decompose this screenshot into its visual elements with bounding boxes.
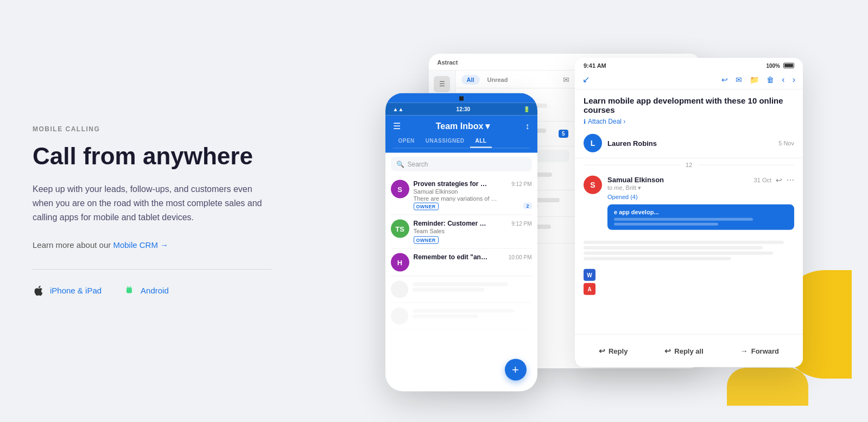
phone-menu-icon[interactable]: ☰ — [393, 121, 401, 131]
trash-icon[interactable]: 🗑 — [766, 75, 774, 84]
phone-conversation-list: S Proven strategies for scal... 9:12 PM … — [385, 176, 537, 330]
phone-fab[interactable]: + — [505, 359, 527, 381]
conv-time-2: 9:12 PM — [511, 220, 531, 226]
conv-snippet-1: There are many variations of passag... — [414, 195, 500, 202]
phone-search-icon: 🔍 — [396, 161, 404, 168]
battery-text: 100% — [766, 62, 780, 68]
attach-deal-button[interactable]: ℹ Attach Deal › — [575, 118, 803, 131]
reply-icon[interactable]: ↩ — [721, 75, 728, 84]
section-label: MOBILE CALLING — [33, 125, 271, 133]
attachment-word[interactable]: W — [584, 269, 794, 281]
avatar-team-sales: TS — [391, 220, 409, 238]
conv-item-2[interactable]: TS Reminder: Customer Web... 9:12 PM Tea… — [391, 215, 532, 249]
ios-platform-item[interactable]: iPhone & iPad — [33, 285, 102, 297]
email-detail-panel: 9:41 AM 100% ↙ ↩ ✉ � — [575, 58, 803, 367]
conv-subtitle-2: Team Sales — [414, 228, 500, 234]
conv-item-skeleton-1 — [391, 277, 532, 303]
folder-icon[interactable]: 📁 — [750, 75, 759, 84]
reply-icon-2[interactable]: ↩ — [776, 176, 782, 184]
back-arrow-icon[interactable]: ↙ — [582, 74, 590, 85]
phone-search-text: Search — [408, 161, 428, 168]
battery-icon: 🔋 — [523, 106, 530, 112]
avatar-samual: S — [391, 180, 409, 199]
owner-badge-1: OWNER — [414, 203, 439, 210]
reply-all-label: Reply all — [674, 347, 703, 355]
phone-tabs: OPEN UNASSIGNED ALL — [393, 135, 530, 149]
yellow-shape-bottom — [727, 368, 808, 406]
phone-status-bar: ▲▲ 12:30 🔋 — [385, 103, 537, 116]
email-date-2: 31 Oct — [754, 177, 771, 183]
conv-title-2: Reminder: Customer Web... — [414, 220, 490, 227]
reply-button[interactable]: ↩ Reply — [590, 342, 636, 360]
tablet-unread-tab[interactable]: Unread — [482, 75, 514, 85]
chevron-down-icon: ▾ — [485, 121, 490, 131]
prev-icon[interactable]: ‹ — [782, 74, 784, 84]
avatar-samual-email: S — [584, 176, 602, 194]
more-icon[interactable]: ⋯ — [787, 176, 794, 184]
android-label: Android — [141, 286, 169, 295]
conv-item-skeleton-2 — [391, 303, 532, 330]
conv-subtitle-1: Samual Elkinson — [414, 188, 500, 195]
tab-all[interactable]: ALL — [470, 135, 492, 148]
description: Keep up with your leads, follow-ups, and… — [33, 182, 271, 225]
mobile-crm-link[interactable]: Mobile CRM → — [113, 240, 168, 250]
email-preview-block: e app develop... — [607, 204, 794, 230]
screenshots-section: Astract ▲ 🔍 👤 ☰ 📋 💬 — [293, 0, 835, 422]
conv-time-3: 10:00 PM — [509, 254, 532, 260]
phone-camera — [459, 97, 464, 101]
pdf-icon: A — [584, 283, 595, 295]
tablet-all-tab[interactable]: All — [461, 75, 480, 85]
reply-all-icon: ↩ — [664, 347, 671, 355]
next-icon[interactable]: › — [793, 74, 795, 84]
sender-name-samual: Samual Elkinson — [607, 176, 664, 184]
phone-time: 12:30 — [457, 106, 471, 112]
phone-header: ☰ Team Inbox ▾ ↕ OPEN UNASSIGNED ALL — [385, 116, 537, 153]
owner-badge-2: OWNER — [414, 236, 439, 244]
email-divider: 12 — [575, 158, 803, 171]
sender-name-lauren: Lauren Robins — [607, 139, 773, 147]
left-section: MOBILE CALLING Call from anywhere Keep u… — [33, 125, 293, 297]
first-email-sender: L Lauren Robins 5 Nov — [575, 131, 803, 158]
second-email-sender: S Samual Elkinson to me, Britt ▾ Opened … — [575, 171, 803, 234]
phone-search-bar[interactable]: 🔍 Search — [391, 157, 532, 171]
email-status-bar: 9:41 AM 100% — [575, 58, 803, 72]
email-time: 9:41 AM — [584, 62, 606, 69]
email-date-1: 5 Nov — [778, 140, 794, 146]
attachment-pdf[interactable]: A — [584, 283, 794, 295]
tab-open[interactable]: OPEN — [393, 135, 420, 148]
svg-point-1 — [131, 290, 131, 291]
forward-icon: → — [740, 347, 748, 355]
ios-label: iPhone & iPad — [50, 286, 102, 295]
phone-sort-icon[interactable]: ↕ — [525, 121, 530, 131]
email-attachments: W A — [575, 267, 803, 299]
forward-button[interactable]: → Forward — [732, 342, 788, 360]
mail-icon[interactable]: ✉ — [736, 75, 742, 84]
divider — [33, 269, 271, 270]
android-icon — [123, 285, 135, 297]
reply-label: Reply — [609, 347, 628, 355]
badge-count-1: 2 — [523, 203, 531, 209]
email-subject: Learn mobile app development with these … — [575, 89, 803, 118]
conv-item-1[interactable]: S Proven strategies for scal... 9:12 PM … — [391, 176, 532, 215]
page-container: MOBILE CALLING Call from anywhere Keep u… — [0, 0, 868, 422]
avatar-h: H — [391, 253, 409, 272]
conv-title-1: Proven strategies for scal... — [414, 180, 490, 188]
tab-unassigned[interactable]: UNASSIGNED — [420, 135, 470, 148]
conv-item-3[interactable]: H Remember to edit "andrew... 10:00 PM — [391, 249, 532, 277]
email-actions: ↩ Reply ↩ Reply all → Forward — [575, 334, 803, 367]
email-toolbar-icons: ↩ ✉ 📁 🗑 ‹ › — [721, 74, 795, 84]
tablet-sidebar-item-1[interactable]: ☰ — [434, 76, 450, 92]
email-to: to me, Britt ▾ — [607, 184, 664, 191]
avatar-lauren: L — [584, 134, 602, 152]
email-body — [575, 234, 803, 267]
reply-icon-action: ↩ — [599, 347, 605, 355]
phone-mockup: ▲▲ 12:30 🔋 ☰ Team Inbox ▾ ↕ O — [385, 93, 537, 392]
forward-label: Forward — [751, 347, 779, 355]
opened-badge: Opened (4) — [607, 194, 664, 200]
conv-title-3: Remember to edit "andrew... — [414, 253, 490, 261]
android-platform-item[interactable]: Android — [123, 285, 169, 297]
reply-all-button[interactable]: ↩ Reply all — [656, 342, 712, 360]
phone-title: Team Inbox — [436, 121, 484, 131]
headline: Call from anywhere — [33, 143, 271, 170]
tablet-brand: Astract — [438, 59, 458, 66]
